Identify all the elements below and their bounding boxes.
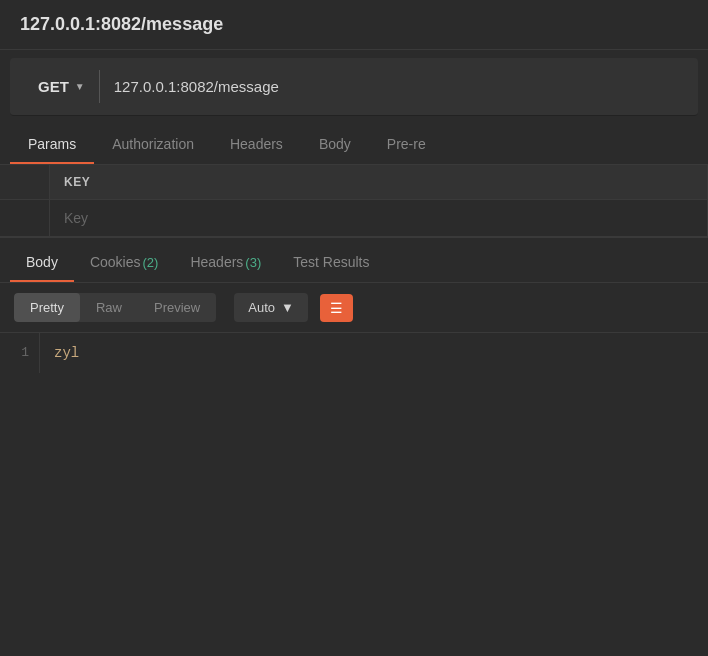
response-tabs: Body Cookies(2) Headers(3) Test Results (0, 242, 708, 283)
params-checkbox-col (0, 165, 50, 199)
format-tab-raw[interactable]: Raw (80, 293, 138, 322)
params-input-row (0, 200, 708, 237)
chevron-down-icon: ▼ (75, 81, 85, 92)
format-tab-preview[interactable]: Preview (138, 293, 216, 322)
cookies-badge: (2) (143, 255, 159, 270)
response-tab-body[interactable]: Body (10, 242, 74, 282)
line-numbers: 1 (0, 333, 40, 373)
url-bar: GET ▼ (10, 58, 698, 116)
wrap-icon: ☰ (330, 301, 343, 315)
code-content[interactable]: zyl (40, 333, 708, 373)
params-key-header: KEY (50, 165, 708, 199)
auto-chevron-icon: ▼ (281, 300, 294, 315)
response-tab-cookies[interactable]: Cookies(2) (74, 242, 174, 282)
url-input[interactable] (100, 70, 684, 103)
format-tab-pretty[interactable]: Pretty (14, 293, 80, 322)
headers-badge: (3) (245, 255, 261, 270)
code-area: 1 zyl (0, 333, 708, 373)
method-label: GET (38, 78, 69, 95)
page-title: 127.0.0.1:8082/message (20, 14, 223, 34)
method-selector[interactable]: GET ▼ (24, 70, 100, 103)
params-row-checkbox[interactable] (0, 200, 50, 236)
params-header-row: KEY (0, 165, 708, 200)
params-table: KEY (0, 165, 708, 238)
format-tabs: Pretty Raw Preview (14, 293, 216, 322)
auto-label: Auto (248, 300, 275, 315)
title-bar: 127.0.0.1:8082/message (0, 0, 708, 50)
body-toolbar: Pretty Raw Preview Auto ▼ ☰ (0, 283, 708, 333)
tab-params[interactable]: Params (10, 124, 94, 164)
line-number: 1 (10, 345, 29, 360)
response-tab-headers[interactable]: Headers(3) (174, 242, 277, 282)
auto-dropdown[interactable]: Auto ▼ (234, 293, 308, 322)
response-tab-test-results[interactable]: Test Results (277, 242, 385, 282)
tab-authorization[interactable]: Authorization (94, 124, 212, 164)
tab-pre-request[interactable]: Pre-re (369, 124, 444, 164)
params-key-input[interactable] (50, 200, 708, 236)
tab-body[interactable]: Body (301, 124, 369, 164)
tab-headers[interactable]: Headers (212, 124, 301, 164)
wrap-lines-button[interactable]: ☰ (320, 294, 353, 322)
request-tabs: Params Authorization Headers Body Pre-re (0, 124, 708, 165)
